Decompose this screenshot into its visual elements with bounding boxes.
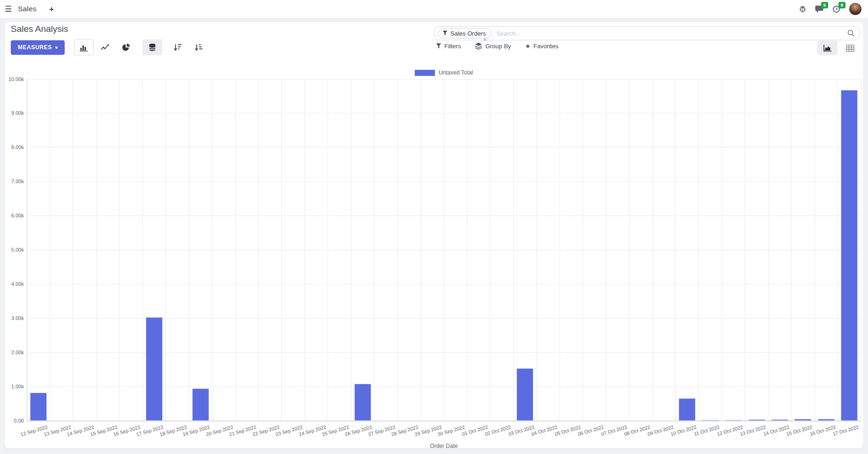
group-by-menu[interactable]: Group By — [475, 42, 511, 50]
activities-clock-icon[interactable]: 8 — [832, 5, 840, 13]
pivot-view-button[interactable] — [840, 41, 860, 55]
messages-icon[interactable]: 5 — [815, 5, 823, 13]
v-gridline — [722, 79, 722, 421]
x-tick-label: 03 Oct 2022 — [508, 424, 535, 437]
plot-area: 0.001.00k2.00k3.00k4.00k5.00k6.00k7.00k8… — [27, 79, 861, 421]
sort-ascending-icon — [195, 44, 203, 51]
graph-chart: Untaxed Total 0.001.00k2.00k3.00k4.00k5.… — [5, 67, 863, 448]
pie-chart-button[interactable] — [116, 39, 136, 55]
x-tick-label: 01 Oct 2022 — [461, 424, 488, 437]
v-gridline — [536, 79, 537, 421]
bar-03-Oct-2022[interactable] — [516, 368, 533, 421]
view-switcher — [817, 41, 860, 55]
x-tick-label: 14 Oct 2022 — [763, 424, 790, 437]
y-tick-label: 8.00k — [2, 144, 24, 150]
favorites-menu[interactable]: ★ Favorites — [525, 43, 558, 50]
bar-10-Oct-2022[interactable] — [679, 398, 696, 421]
search-bar[interactable]: Sales Orders × — [434, 26, 860, 40]
caret-down-icon: ▾ — [55, 45, 58, 50]
v-gridline — [560, 79, 560, 421]
stacked-database-icon — [148, 43, 157, 52]
x-tick-label: 04 Oct 2022 — [531, 424, 558, 437]
filter-funnel-icon — [442, 30, 448, 36]
line-chart-button[interactable] — [95, 39, 115, 55]
filters-menu[interactable]: Filters — [436, 43, 461, 50]
group-by-label: Group By — [485, 43, 511, 50]
search-icon[interactable] — [847, 30, 855, 37]
v-gridline — [96, 79, 97, 421]
y-tick-label: 0.00 — [2, 418, 24, 424]
v-gridline — [305, 79, 305, 421]
y-tick-label: 5.00k — [2, 247, 24, 253]
chart-toolbar: MEASURES ▾ — [11, 39, 209, 55]
measures-button[interactable]: MEASURES ▾ — [11, 40, 65, 55]
v-gridline — [791, 79, 792, 421]
y-tick-label: 10.00k — [2, 76, 24, 82]
v-gridline — [351, 79, 352, 421]
v-gridline — [189, 79, 189, 421]
legend-swatch — [415, 70, 435, 76]
area-chart-icon — [823, 44, 832, 52]
apps-menu-icon[interactable]: ☰ — [5, 5, 12, 13]
bar-19-Sep-2022[interactable] — [192, 388, 209, 421]
v-gridline — [768, 79, 769, 421]
v-gridline — [165, 79, 166, 421]
search-input[interactable] — [496, 30, 847, 37]
content-card: Sales Analysis MEASURES ▾ — [5, 22, 863, 448]
measures-label: MEASURES — [18, 44, 52, 51]
layers-icon — [475, 42, 482, 50]
pie-chart-icon — [122, 43, 130, 52]
v-gridline — [374, 79, 374, 421]
user-avatar[interactable] — [849, 3, 861, 15]
filter-funnel-icon — [436, 43, 441, 49]
v-gridline — [258, 79, 259, 421]
x-tick-label: 07 Oct 2022 — [600, 424, 628, 437]
x-tick-label: 12 Oct 2022 — [716, 424, 743, 437]
top-navbar: ☰ Sales + 5 8 — [0, 0, 868, 18]
bar-12-Sep-2022[interactable] — [30, 393, 47, 421]
x-tick-label: 15 Oct 2022 — [786, 424, 813, 437]
x-axis-line — [27, 421, 861, 421]
star-icon: ★ — [525, 43, 531, 49]
chart-legend[interactable]: Untaxed Total — [27, 69, 861, 76]
app-name[interactable]: Sales — [18, 5, 37, 13]
favorites-label: Favorites — [533, 43, 558, 50]
bar-chart-button[interactable] — [74, 39, 94, 55]
v-gridline — [420, 79, 421, 421]
x-tick-label: 13 Oct 2022 — [739, 424, 766, 437]
x-tick-label: 06 Oct 2022 — [577, 424, 604, 437]
facet-remove-icon[interactable]: × — [483, 37, 487, 43]
sort-ascending-button[interactable] — [189, 39, 209, 55]
bar-17-Sep-2022[interactable] — [146, 317, 163, 421]
stacked-toggle-button[interactable] — [142, 39, 162, 55]
x-tick-label: 02 Oct 2022 — [485, 424, 512, 437]
y-tick-label: 1.00k — [2, 384, 24, 389]
sort-descending-button[interactable] — [168, 39, 187, 55]
bar-chart-icon — [79, 44, 89, 52]
v-gridline — [652, 79, 653, 421]
v-gridline — [675, 79, 676, 421]
x-tick-label: 09 Oct 2022 — [647, 424, 674, 437]
y-tick-label: 6.00k — [2, 213, 24, 218]
v-gridline — [513, 79, 514, 421]
v-gridline — [212, 79, 212, 421]
new-tab-plus-icon[interactable]: + — [49, 5, 54, 13]
v-gridline — [745, 79, 745, 421]
y-tick-label: 4.00k — [2, 281, 24, 287]
v-gridline — [119, 79, 120, 421]
v-gridline — [815, 79, 815, 421]
debug-bug-icon[interactable] — [799, 5, 806, 13]
v-gridline — [467, 79, 467, 421]
bar-17-Oct-2022[interactable] — [841, 90, 858, 421]
y-tick-label: 2.00k — [2, 350, 24, 355]
v-gridline — [397, 79, 398, 421]
v-gridline — [73, 79, 73, 421]
bar-26-Sep-2022[interactable] — [354, 384, 371, 421]
graph-view-button[interactable] — [817, 41, 838, 55]
pivot-table-icon — [846, 45, 854, 52]
y-tick-label: 3.00k — [2, 315, 24, 321]
line-chart-icon — [100, 44, 110, 51]
v-gridline — [142, 79, 143, 421]
v-gridline — [838, 79, 838, 421]
x-tick-label: 05 Oct 2022 — [554, 424, 581, 437]
